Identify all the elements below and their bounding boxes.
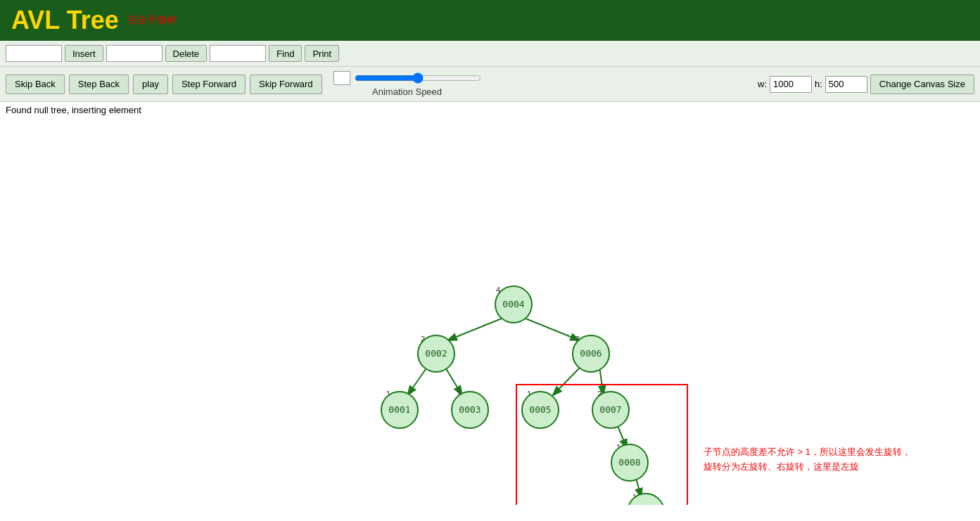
- skip-forward-button[interactable]: Skip Forward: [250, 75, 322, 94]
- svg-text:0002: 0002: [425, 348, 447, 359]
- canvas-size-section: w: h: Change Canvas Size: [758, 75, 974, 94]
- svg-text:0004: 0004: [502, 299, 524, 309]
- edge-n6-n5: [552, 366, 581, 397]
- insert-input[interactable]: [6, 45, 62, 62]
- svg-text:0006: 0006: [580, 348, 602, 359]
- change-canvas-button[interactable]: Change Canvas Size: [870, 75, 974, 94]
- app-subtitle: 完全平衡树: [127, 14, 177, 27]
- status-message: Found null tree, inserting element: [6, 105, 141, 115]
- node-n1: 1 0001: [381, 390, 418, 428]
- animation-speed-section: Animation Speed: [333, 71, 481, 97]
- insert-button[interactable]: Insert: [65, 45, 103, 62]
- play-button[interactable]: play: [133, 75, 168, 94]
- h-input[interactable]: [825, 76, 867, 93]
- edge-n2-n1: [407, 366, 428, 397]
- node-n7: 2 0007: [592, 390, 629, 428]
- node-n4: 4 0004: [495, 285, 532, 323]
- toolbar1: Insert Delete Find Print: [0, 41, 980, 67]
- annotation-line2: 旋转分为左旋转、右旋转，这里是左旋: [704, 461, 859, 472]
- node-n9: 1 0009: [628, 493, 664, 505]
- step-forward-button[interactable]: Step Forward: [172, 75, 246, 94]
- speed-slider[interactable]: [355, 72, 481, 84]
- animation-speed-label: Animation Speed: [372, 86, 442, 97]
- delete-button[interactable]: Delete: [165, 45, 208, 62]
- print-button[interactable]: Print: [305, 45, 339, 62]
- header: AVL Tree 完全平衡树: [0, 0, 980, 41]
- step-back-button[interactable]: Step Back: [69, 75, 129, 94]
- skip-back-button[interactable]: Skip Back: [6, 75, 65, 94]
- node-n3: 1 0003: [452, 390, 488, 428]
- delete-input[interactable]: [106, 45, 163, 62]
- annotation-line1: 子节点的高度差不允许 > 1，所以这里会发生旋转，: [704, 446, 911, 457]
- h-label: h:: [815, 79, 822, 89]
- toolbar2: Skip Back Step Back play Step Forward Sk…: [0, 67, 980, 102]
- node-n2: 2 0002: [418, 335, 454, 372]
- svg-text:0005: 0005: [529, 404, 551, 415]
- find-button[interactable]: Find: [269, 45, 302, 62]
- annotation: 子节点的高度差不允许 > 1，所以这里会发生旋转， 旋转分为左旋转、右旋转，这里…: [704, 445, 911, 475]
- find-input[interactable]: [210, 45, 266, 62]
- speed-indicator: [333, 71, 350, 85]
- app-title: AVL Tree: [11, 6, 119, 35]
- svg-text:0008: 0008: [618, 457, 640, 468]
- svg-text:0003: 0003: [459, 404, 481, 415]
- svg-text:0001: 0001: [388, 404, 410, 415]
- node-n8: 1 0008: [611, 443, 648, 481]
- edge-n4-n6: [522, 317, 581, 341]
- status-bar: Found null tree, inserting element: [0, 102, 980, 118]
- canvas-area: 4 0004 2 0002 3 0006 1 0001 1 0003: [0, 118, 980, 505]
- edge-n4-n2: [446, 317, 505, 341]
- node-n6: 3 0006: [573, 335, 609, 372]
- w-label: w:: [758, 79, 767, 89]
- w-input[interactable]: [770, 76, 812, 93]
- svg-text:0007: 0007: [599, 404, 621, 415]
